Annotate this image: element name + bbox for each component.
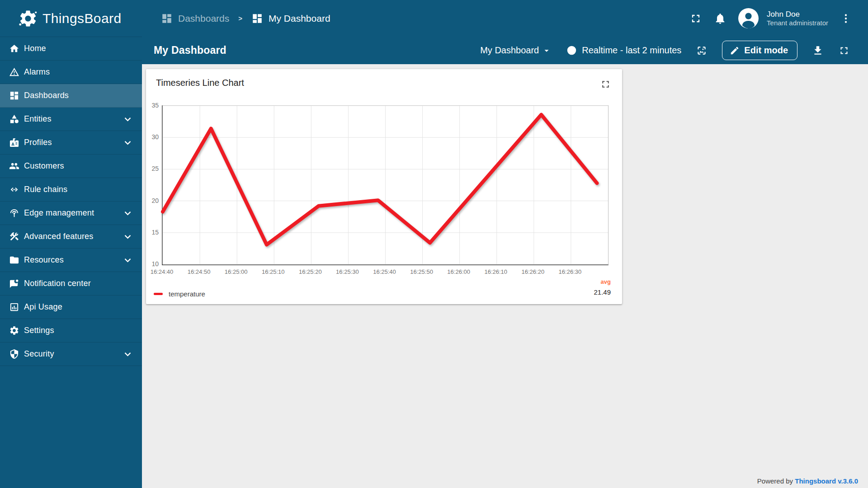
sidebar-item-settings[interactable]: Settings: [0, 319, 142, 343]
x-tick-label: 16:25:40: [366, 268, 403, 275]
sidebar-item-api-usage[interactable]: Api Usage: [0, 296, 142, 319]
fullscreen-icon: [689, 12, 702, 25]
sidebar-item-label: Home: [24, 44, 46, 53]
sidebar-item-label: Dashboards: [24, 91, 69, 100]
agg-value: 21.49: [594, 288, 611, 296]
customers-icon: [9, 161, 19, 171]
sidebar-item-label: Edge management: [24, 208, 94, 218]
sidebar-item-label: Settings: [24, 326, 54, 335]
powered-by-text: Powered by: [757, 477, 795, 485]
x-tick-label: 16:26:00: [440, 268, 477, 275]
legend-item-temperature[interactable]: temperature: [154, 290, 205, 298]
dashboards-icon: [9, 90, 19, 101]
timeseries-line-chart-svg: [163, 106, 608, 264]
breadcrumb-my-dashboard[interactable]: My Dashboard: [251, 13, 330, 24]
user-role: Tenant administrator: [767, 19, 828, 28]
sidebar-item-home[interactable]: Home: [0, 37, 142, 61]
legend-aggregation: avg 21.49: [594, 278, 611, 296]
breadcrumb-label: Dashboards: [178, 13, 229, 24]
fullscreen-button[interactable]: [689, 12, 702, 25]
x-tick-label: 16:24:40: [143, 268, 180, 275]
y-tick-label: 15: [146, 229, 159, 236]
y-tick-label: 10: [146, 260, 159, 267]
timeseries-widget-card: Timeseries Line Chart 353025201510 16:24…: [146, 69, 622, 304]
sidebar-item-security[interactable]: Security: [0, 343, 142, 366]
bell-icon: [714, 12, 726, 25]
chart-plot-area: [162, 105, 609, 265]
resources-icon: [9, 255, 19, 265]
breadcrumb-separator: >: [238, 14, 242, 22]
thingsboard-app: ThingsBoard HomeAlarmsDashboardsEntities…: [0, 0, 868, 488]
sidebar-item-alarms[interactable]: Alarms: [0, 61, 142, 84]
breadcrumb-label: My Dashboard: [269, 13, 330, 24]
clock-icon: [566, 45, 577, 56]
version-link[interactable]: Thingsboard v.3.6.0: [795, 477, 858, 485]
x-tick-label: 16:26:20: [514, 268, 552, 275]
dashboard-select-value: My Dashboard: [480, 45, 539, 56]
sidebar-item-entities[interactable]: Entities: [0, 108, 142, 131]
sidebar-item-label: Customers: [24, 161, 64, 171]
legend-line-swatch: [154, 293, 163, 295]
sidebar-item-resources[interactable]: Resources: [0, 249, 142, 272]
y-tick-label: 30: [146, 133, 159, 141]
entities-icon: [9, 114, 19, 124]
security-icon: [9, 349, 19, 359]
dashboard-image-button[interactable]: [696, 45, 708, 56]
page-title: My Dashboard: [154, 44, 226, 56]
user-name: John Doe: [767, 9, 828, 19]
sidebar-item-notification-center[interactable]: Notification center: [0, 272, 142, 296]
top-header: Dashboards > My Dashboard John Doe Tenan…: [142, 0, 868, 37]
advanced-features-icon: [9, 231, 19, 242]
chevron-down-icon: [123, 137, 133, 148]
sidebar-item-profiles[interactable]: Profiles: [0, 131, 142, 155]
sidebar-item-label: Security: [24, 349, 54, 359]
dashboards-icon: [161, 13, 173, 24]
agg-label: avg: [594, 278, 611, 285]
x-tick-label: 16:24:50: [180, 268, 217, 275]
sidebar-item-edge-management[interactable]: Edge management: [0, 202, 142, 225]
sidebar-item-advanced-features[interactable]: Advanced features: [0, 225, 142, 249]
legend-series-name: temperature: [169, 290, 205, 298]
notifications-button[interactable]: [714, 12, 726, 25]
more-menu-button[interactable]: [840, 13, 852, 24]
footer: Powered by Thingsboard v.3.6.0: [757, 477, 858, 485]
sidebar-item-customers[interactable]: Customers: [0, 155, 142, 178]
sidebar-item-label: Alarms: [24, 67, 50, 77]
fullscreen-icon: [838, 45, 850, 56]
x-tick-label: 16:25:20: [292, 268, 329, 275]
sidebar-nav: HomeAlarmsDashboardsEntitiesProfilesCust…: [0, 37, 142, 366]
x-tick-label: 16:26:10: [477, 268, 514, 275]
user-info[interactable]: John Doe Tenant administrator: [767, 9, 828, 28]
timewindow-button[interactable]: Realtime - last 2 minutes: [566, 45, 681, 56]
sidebar-item-dashboards[interactable]: Dashboards: [0, 84, 142, 108]
edit-mode-button[interactable]: Edit mode: [722, 41, 797, 60]
sidebar: ThingsBoard HomeAlarmsDashboardsEntities…: [0, 0, 142, 488]
sidebar-item-label: Api Usage: [24, 302, 62, 312]
user-avatar[interactable]: [738, 8, 759, 28]
sidebar-item-label: Notification center: [24, 279, 91, 288]
x-tick-label: 16:25:30: [329, 268, 366, 275]
dashboards-icon: [251, 13, 263, 24]
widget-fullscreen-button[interactable]: [600, 79, 611, 90]
chevron-down-icon: [123, 114, 133, 124]
sidebar-item-label: Rule chains: [24, 185, 67, 194]
toolbar-fullscreen-button[interactable]: [838, 45, 850, 56]
caret-down-icon: [542, 46, 552, 56]
sidebar-item-rule-chains[interactable]: Rule chains: [0, 178, 142, 202]
y-tick-label: 20: [146, 197, 159, 204]
topbar-actions: John Doe Tenant administrator: [689, 8, 852, 28]
app-title: ThingsBoard: [42, 11, 122, 26]
home-icon: [9, 43, 19, 54]
chevron-down-icon: [123, 349, 133, 359]
app-logo[interactable]: ThingsBoard: [0, 0, 142, 37]
download-button[interactable]: [812, 45, 824, 56]
x-tick-label: 16:25:50: [403, 268, 440, 275]
sidebar-item-label: Advanced features: [24, 232, 94, 241]
sidebar-item-label: Profiles: [24, 138, 52, 147]
settings-icon: [9, 325, 19, 336]
sidebar-item-label: Resources: [24, 255, 64, 265]
chevron-down-icon: [123, 231, 133, 242]
dashboard-select[interactable]: My Dashboard: [480, 45, 552, 56]
edit-mode-label: Edit mode: [744, 45, 788, 56]
breadcrumb-dashboards[interactable]: Dashboards: [161, 13, 229, 24]
